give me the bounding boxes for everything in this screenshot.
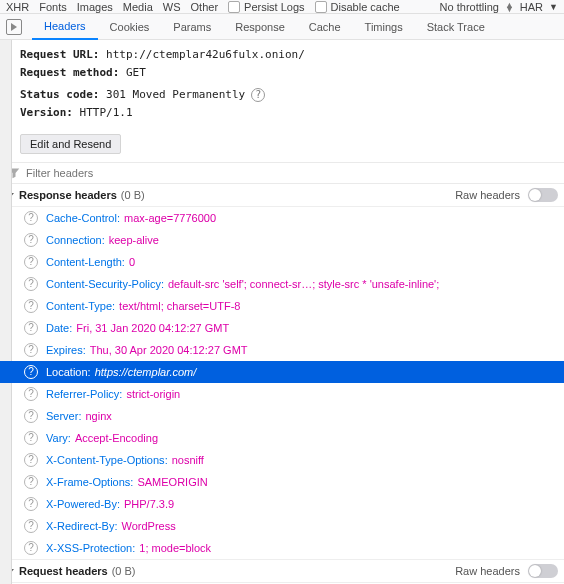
header-row[interactable]: ?X-Content-Type-Options:nosniff (0, 449, 564, 471)
header-value: text/html; charset=UTF-8 (119, 300, 240, 312)
method-label: Request method: (20, 66, 119, 79)
request-headers-section[interactable]: Request headers (0 B) Raw headers (0, 559, 564, 583)
header-value: strict-origin (126, 388, 180, 400)
header-row[interactable]: ?Server:nginx (0, 405, 564, 427)
disable-cache-checkbox[interactable]: Disable cache (315, 1, 400, 13)
help-icon[interactable]: ? (24, 431, 38, 445)
help-icon[interactable]: ? (251, 88, 265, 102)
header-name: Referrer-Policy (46, 388, 119, 400)
chevron-down-icon: ▼ (549, 2, 558, 12)
help-icon[interactable]: ? (24, 497, 38, 511)
filter-headers-row (0, 162, 564, 184)
filter-type-fonts[interactable]: Fonts (39, 1, 67, 13)
header-row[interactable]: ?Connection:keep-alive (0, 229, 564, 251)
header-name: Server (46, 410, 78, 422)
url-value: http://ctemplar42u6fulx.onion/ (106, 48, 305, 61)
help-icon[interactable]: ? (24, 519, 38, 533)
tab-params[interactable]: Params (161, 14, 223, 40)
help-icon[interactable]: ? (24, 453, 38, 467)
har-menu[interactable]: HAR (520, 1, 543, 13)
response-headers-title: Response headers (19, 189, 117, 201)
version-label: Version: (20, 106, 73, 119)
tab-response[interactable]: Response (223, 14, 297, 40)
persist-logs-label: Persist Logs (244, 1, 305, 13)
header-row[interactable]: ?Content-Type:text/html; charset=UTF-8 (0, 295, 564, 317)
version-value: HTTP/1.1 (80, 106, 133, 119)
response-headers-section[interactable]: Response headers (0 B) Raw headers (0, 184, 564, 207)
header-name: Connection (46, 234, 102, 246)
header-name: X-XSS-Protection (46, 542, 132, 554)
header-row[interactable]: ?Vary:Accept-Encoding (0, 427, 564, 449)
help-icon[interactable]: ? (24, 233, 38, 247)
updown-icon: ▲▼ (505, 3, 514, 11)
header-row[interactable]: ?Content-Length:0 (0, 251, 564, 273)
tab-cache[interactable]: Cache (297, 14, 353, 40)
url-label: Request URL: (20, 48, 99, 61)
help-icon[interactable]: ? (24, 365, 38, 379)
help-icon[interactable]: ? (24, 343, 38, 357)
filter-type-other[interactable]: Other (191, 1, 219, 13)
details-tabbar: HeadersCookiesParamsResponseCacheTimings… (0, 14, 564, 40)
persist-logs-checkbox[interactable]: Persist Logs (228, 1, 305, 13)
checkbox-icon (315, 1, 327, 13)
filter-headers-input[interactable] (26, 167, 556, 179)
header-row[interactable]: ?Date:Fri, 31 Jan 2020 04:12:27 GMT (0, 317, 564, 339)
header-value: Thu, 30 Apr 2020 04:12:27 GMT (90, 344, 248, 356)
help-icon[interactable]: ? (24, 541, 38, 555)
throttling-select[interactable]: No throttling (440, 1, 499, 13)
help-icon[interactable]: ? (24, 409, 38, 423)
raw-headers-toggle[interactable] (528, 188, 558, 202)
header-value: 0 (129, 256, 135, 268)
help-icon[interactable]: ? (24, 387, 38, 401)
help-icon[interactable]: ? (24, 475, 38, 489)
help-icon[interactable]: ? (24, 277, 38, 291)
header-value: max-age=7776000 (124, 212, 216, 224)
header-value: SAMEORIGIN (137, 476, 207, 488)
header-name: Content-Length (46, 256, 122, 268)
help-icon[interactable]: ? (24, 211, 38, 225)
checkbox-icon (228, 1, 240, 13)
header-name: Content-Security-Policy (46, 278, 161, 290)
tab-timings[interactable]: Timings (353, 14, 415, 40)
tab-cookies[interactable]: Cookies (98, 14, 162, 40)
raw-headers-label: Raw headers (455, 565, 520, 577)
header-row[interactable]: ?X-Powered-By:PHP/7.3.9 (0, 493, 564, 515)
header-row[interactable]: ?X-Frame-Options:SAMEORIGIN (0, 471, 564, 493)
header-row[interactable]: ?Referrer-Policy:strict-origin (0, 383, 564, 405)
header-name: Expires (46, 344, 83, 356)
header-row[interactable]: ?Content-Security-Policy:default-src 'se… (0, 273, 564, 295)
raw-headers-label: Raw headers (455, 189, 520, 201)
header-name: Cache-Control (46, 212, 117, 224)
header-value: PHP/7.3.9 (124, 498, 174, 510)
raw-headers-toggle[interactable] (528, 564, 558, 578)
tab-headers[interactable]: Headers (32, 14, 98, 40)
help-icon[interactable]: ? (24, 299, 38, 313)
help-icon[interactable]: ? (24, 321, 38, 335)
help-icon[interactable]: ? (24, 255, 38, 269)
header-name: Vary (46, 432, 68, 444)
header-value: keep-alive (109, 234, 159, 246)
header-row[interactable]: ?Location:https://ctemplar.com/ (0, 361, 564, 383)
header-value: default-src 'self'; connect-sr…; style-s… (168, 278, 439, 290)
tab-stack-trace[interactable]: Stack Trace (415, 14, 497, 40)
header-name: X-Frame-Options (46, 476, 130, 488)
header-value: nosniff (172, 454, 204, 466)
method-value: GET (126, 66, 146, 79)
header-value: Accept-Encoding (75, 432, 158, 444)
header-value: Fri, 31 Jan 2020 04:12:27 GMT (76, 322, 229, 334)
status-value: 301 Moved Permanently (106, 88, 245, 101)
status-label: Status code: (20, 88, 99, 101)
header-row[interactable]: ?X-XSS-Protection:1; mode=block (0, 537, 564, 559)
filter-type-ws[interactable]: WS (163, 1, 181, 13)
header-row[interactable]: ?Cache-Control:max-age=7776000 (0, 207, 564, 229)
filter-type-images[interactable]: Images (77, 1, 113, 13)
filter-type-xhr[interactable]: XHR (6, 1, 29, 13)
header-row[interactable]: ?Expires:Thu, 30 Apr 2020 04:12:27 GMT (0, 339, 564, 361)
filter-type-media[interactable]: Media (123, 1, 153, 13)
edit-resend-button[interactable]: Edit and Resend (20, 134, 121, 154)
toggle-details-icon[interactable] (6, 19, 22, 35)
header-name: X-Content-Type-Options (46, 454, 165, 466)
request-headers-title: Request headers (19, 565, 108, 577)
header-name: Content-Type (46, 300, 112, 312)
header-row[interactable]: ?X-Redirect-By:WordPress (0, 515, 564, 537)
